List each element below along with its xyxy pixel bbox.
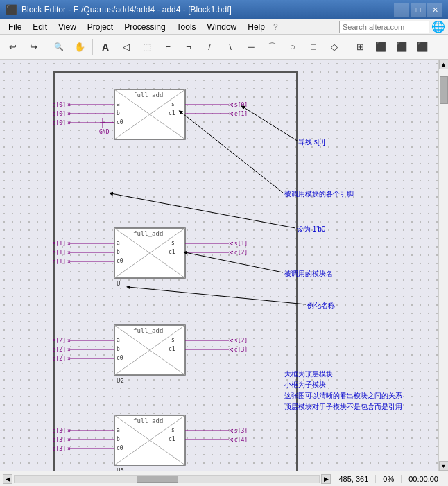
status-bar: ◀ ▶ 485, 361 0% 00:00:00 xyxy=(0,471,448,486)
tb-undo[interactable]: ↩ xyxy=(3,37,22,57)
svg-text:b: b xyxy=(117,249,120,255)
svg-text:a: a xyxy=(117,337,120,343)
hscroll-track[interactable] xyxy=(14,475,320,483)
tb-rect[interactable]: □ xyxy=(304,37,323,57)
toolbar: ↩ ↪ 🔍 ✋ A ◁ ⬚ ⌐ ¬ / \ ─ ⌒ ○ □ ◇ ⊞ ⬛ ⬛ ⬛ xyxy=(0,35,448,60)
menu-edit[interactable]: Edit xyxy=(27,21,53,33)
svg-text:c[0]: c[0] xyxy=(53,120,66,126)
svg-text:c0: c0 xyxy=(117,258,123,264)
tb-zoom[interactable]: 🔍 xyxy=(49,37,69,57)
svg-text:s: s xyxy=(171,240,175,246)
svg-text:×: × xyxy=(229,437,232,443)
status-coordinates: 485, 361 xyxy=(331,475,375,483)
svg-text::s[1]: :s[1] xyxy=(231,241,248,247)
search-box: 🌐 xyxy=(339,20,445,33)
svg-text:顶层模块对于子模块不是包含而是引用: 顶层模块对于子模块不是包含而是引用 xyxy=(284,403,402,410)
svg-line-113 xyxy=(128,287,306,304)
svg-rect-29 xyxy=(114,228,185,278)
menu-view[interactable]: View xyxy=(53,21,82,33)
menu-help[interactable]: Help xyxy=(242,21,270,33)
title-bar: ⬛ Block Editor - E:/Quartus/add4/add4 - … xyxy=(0,0,448,19)
tb-line[interactable]: ─ xyxy=(241,37,261,57)
help-icon[interactable]: ? xyxy=(273,22,278,32)
svg-text:×: × xyxy=(229,347,232,353)
menu-project[interactable]: Project xyxy=(82,21,119,33)
scroll-up-button[interactable]: ▲ xyxy=(439,60,449,69)
tb-diamond[interactable]: ◇ xyxy=(325,37,344,57)
tb-wire1[interactable]: ⌐ xyxy=(158,37,178,57)
globe-icon[interactable]: 🌐 xyxy=(431,20,445,33)
tb-text[interactable]: A xyxy=(96,37,115,57)
svg-text:例化名称: 例化名称 xyxy=(307,302,335,309)
tb-diag2[interactable]: \ xyxy=(221,37,240,57)
tb-align1[interactable]: ⬛ xyxy=(371,37,390,57)
menu-file[interactable]: File xyxy=(3,21,27,33)
svg-text:c0: c0 xyxy=(117,355,123,361)
svg-text:小框为子模块: 小框为子模块 xyxy=(284,381,326,388)
svg-text:full_add: full_add xyxy=(133,327,163,334)
tb-align2[interactable]: ⬛ xyxy=(392,37,411,57)
svg-line-31 xyxy=(114,228,185,278)
svg-text:b: b xyxy=(117,436,120,442)
svg-line-107 xyxy=(180,112,283,193)
tb-redo[interactable]: ↪ xyxy=(24,37,43,57)
hscroll-thumb[interactable] xyxy=(137,476,178,483)
menu-processing[interactable]: Processing xyxy=(119,21,171,33)
svg-line-109 xyxy=(111,193,295,228)
minimize-button[interactable]: ─ xyxy=(394,3,409,17)
svg-text:U2: U2 xyxy=(117,377,124,384)
tb-grid[interactable]: ⊞ xyxy=(350,37,370,57)
close-button[interactable]: ✕ xyxy=(427,3,442,17)
svg-text:a: a xyxy=(117,240,120,246)
tb-pan[interactable]: ✋ xyxy=(70,37,89,57)
tb-wire2[interactable]: ¬ xyxy=(179,37,198,57)
search-input[interactable] xyxy=(339,21,429,33)
svg-text:full_add: full_add xyxy=(133,230,163,237)
svg-text:a[3]: a[3] xyxy=(53,428,66,434)
svg-text:被调用的模块名: 被调用的模块名 xyxy=(284,270,333,277)
svg-text:c0: c0 xyxy=(117,445,123,451)
svg-text:s: s xyxy=(171,337,175,343)
svg-text::c[2]: :c[2] xyxy=(231,250,248,256)
scroll-thumb[interactable] xyxy=(440,76,448,104)
svg-text:×: × xyxy=(67,428,71,434)
svg-text::c[3]: :c[3] xyxy=(231,347,248,353)
svg-text:full_add: full_add xyxy=(133,92,163,98)
scroll-down-button[interactable]: ▼ xyxy=(439,461,449,471)
hscroll-left-button[interactable]: ◀ xyxy=(3,474,12,484)
svg-text:U5: U5 xyxy=(117,467,124,471)
svg-text:×: × xyxy=(229,111,232,117)
vertical-scrollbar[interactable]: ▲ ▼ xyxy=(438,60,448,471)
svg-text::s[2]: :s[2] xyxy=(231,338,248,344)
status-zoom: 0% xyxy=(375,475,401,483)
svg-line-81 xyxy=(114,415,185,465)
svg-text:×: × xyxy=(67,111,71,117)
main-area: full_add a b c0 s c1 a[0] b[0] c[0] × × … xyxy=(0,60,448,471)
svg-text:×: × xyxy=(67,259,71,265)
svg-text:s: s xyxy=(171,427,175,433)
tb-arc[interactable]: ⌒ xyxy=(262,37,282,57)
maximize-button[interactable]: □ xyxy=(411,3,426,17)
tb-select[interactable]: ◁ xyxy=(117,37,136,57)
tb-block[interactable]: ⬚ xyxy=(137,37,157,57)
canvas-area[interactable]: full_add a b c0 s c1 a[0] b[0] c[0] × × … xyxy=(0,60,438,471)
svg-text:U: U xyxy=(117,280,120,287)
svg-text:c[2]: c[2] xyxy=(53,356,66,362)
tb-diag1[interactable]: / xyxy=(200,37,219,57)
svg-line-82 xyxy=(114,415,185,465)
tb-circle[interactable]: ○ xyxy=(283,37,302,57)
scroll-track[interactable] xyxy=(439,69,449,461)
svg-text:×: × xyxy=(67,241,71,247)
svg-text:GND: GND xyxy=(99,129,110,135)
svg-text:b[0]: b[0] xyxy=(53,111,66,117)
window-title: Block Editor - E:/Quartus/add4/add4 - ad… xyxy=(21,5,394,15)
svg-text:c1: c1 xyxy=(169,346,175,352)
menu-window[interactable]: Window xyxy=(202,21,243,33)
tb-align3[interactable]: ⬛ xyxy=(413,37,432,57)
svg-text:c1: c1 xyxy=(169,249,175,255)
svg-text:b[2]: b[2] xyxy=(53,347,66,353)
svg-text:×: × xyxy=(67,356,71,362)
hscroll-right-button[interactable]: ▶ xyxy=(321,474,331,484)
menu-tools[interactable]: Tools xyxy=(171,21,202,33)
svg-text:大框为顶层模块: 大框为顶层模块 xyxy=(284,370,333,378)
